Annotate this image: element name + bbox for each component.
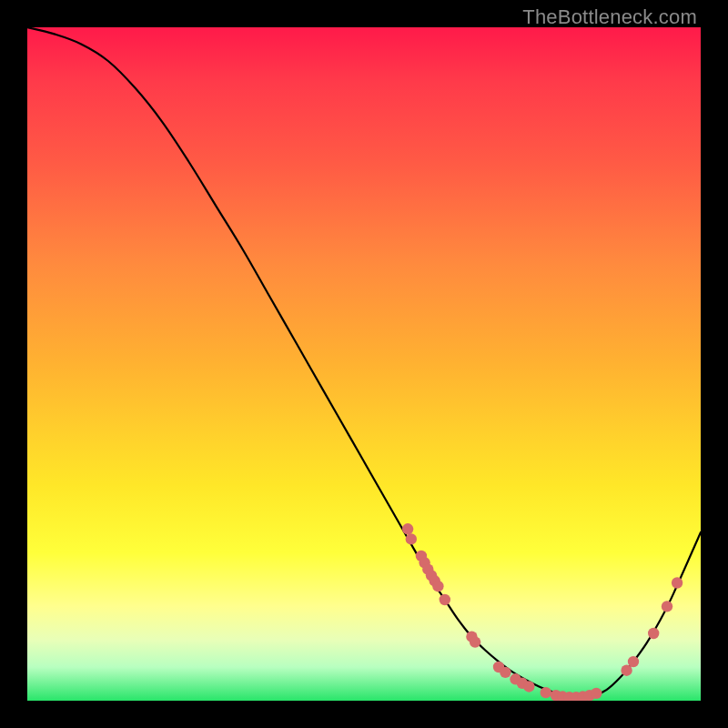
data-point xyxy=(432,581,443,592)
data-point xyxy=(500,667,511,678)
data-point xyxy=(402,523,413,534)
bottleneck-curve xyxy=(27,27,701,697)
data-point xyxy=(672,577,682,588)
data-points xyxy=(402,523,682,701)
data-point xyxy=(628,656,639,667)
data-point xyxy=(662,601,672,612)
data-point xyxy=(648,628,659,639)
chart-plot-area xyxy=(27,27,701,701)
data-point xyxy=(523,681,534,692)
data-point xyxy=(470,636,480,647)
data-point xyxy=(541,687,551,698)
chart-svg xyxy=(27,27,701,701)
watermark-text: TheBottleneck.com xyxy=(522,5,697,29)
data-point xyxy=(440,594,450,605)
data-point xyxy=(591,688,602,699)
data-point xyxy=(406,533,417,544)
